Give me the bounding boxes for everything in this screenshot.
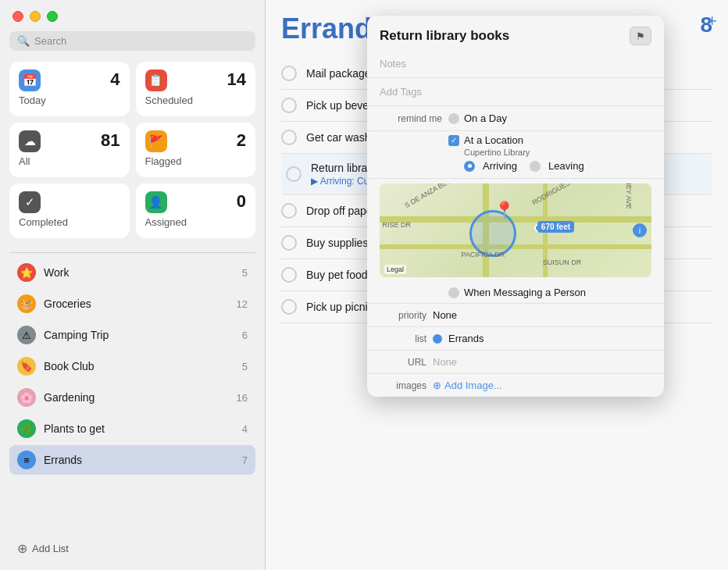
leaving-radio[interactable] [530, 161, 541, 172]
task-checkbox-library[interactable] [286, 166, 302, 182]
map-pin: 📍 [494, 201, 515, 221]
gardening-count: 16 [237, 392, 248, 404]
errands-label: Errands [44, 454, 234, 466]
road-label-1: S DE ANZA BLVD [403, 183, 455, 209]
task-checkbox-dropoff[interactable] [281, 203, 297, 219]
detail-flag-button[interactable]: ⚑ [630, 27, 651, 45]
when-messaging-label: When Messaging a Person [464, 287, 586, 298]
search-bar[interactable]: 🔍 Search [9, 31, 255, 51]
sidebar-item-plants[interactable]: 🌿 Plants to get 4 [9, 414, 255, 444]
detail-remind-row: remind me On a Day [367, 106, 664, 131]
at-location-checkbox[interactable]: ✓ [448, 135, 459, 146]
road-label-4: PACIFICA DR [461, 251, 505, 258]
road-h2 [380, 244, 651, 249]
url-value: None [433, 356, 457, 368]
smart-card-completed[interactable]: ✓ Completed [9, 183, 130, 238]
at-location-toggle: ✓ At a Location [448, 134, 651, 146]
add-image-label: Add Image... [444, 379, 502, 391]
smart-card-all[interactable]: ☁ 81 All [9, 123, 130, 177]
close-button[interactable] [12, 11, 23, 22]
map-background: 📍 670 feet S DE ANZA BLVD RODRIGUES AVE … [380, 183, 651, 277]
flagged-icon: 🚩 [145, 130, 167, 152]
smart-card-assigned[interactable]: 👤 0 Assigned [136, 183, 256, 238]
sidebar-item-gardening[interactable]: 🌸 Gardening 16 [9, 383, 255, 412]
add-reminder-button[interactable]: + [707, 11, 717, 31]
sidebar-item-bookclub[interactable]: 🔖 Book Club 5 [9, 351, 255, 381]
map-info-button[interactable]: i [633, 223, 647, 237]
detail-tags-section: Add Tags [367, 78, 664, 106]
road-label-6: ANEY AVE [625, 183, 633, 209]
flagged-count: 2 [237, 130, 246, 151]
bookclub-label: Book Club [44, 360, 234, 372]
task-checkbox-mail[interactable] [281, 66, 297, 81]
search-icon: 🔍 [17, 35, 30, 47]
when-messaging-checkbox[interactable] [448, 287, 459, 298]
add-list-button[interactable]: ⊕ Add List [9, 535, 255, 562]
assigned-icon: 👤 [145, 191, 167, 213]
detail-panel: Return library books ⚑ Notes Add Tags re… [367, 16, 664, 397]
task-checkbox-beverages[interactable] [281, 98, 297, 113]
work-icon: ⭐ [17, 263, 36, 282]
errands-count: 7 [242, 454, 248, 466]
task-checkbox-carwash[interactable] [281, 130, 297, 145]
when-messaging-toggle: When Messaging a Person [448, 287, 586, 298]
errands-icon: ≡ [17, 451, 36, 469]
detail-list-row: list Errands [367, 327, 664, 351]
fullscreen-button[interactable] [47, 11, 58, 22]
smart-card-scheduled[interactable]: 📋 14 Scheduled [136, 62, 256, 116]
bookclub-count: 5 [242, 361, 248, 372]
smart-list-grid: 📅 4 Today 📋 14 Scheduled ☁ 81 All 🚩 2 [9, 62, 255, 238]
detail-tags-placeholder[interactable]: Add Tags [380, 83, 651, 101]
on-a-day-label: On a Day [464, 112, 507, 124]
road-label-5: SUISUN DR [543, 258, 582, 266]
plants-icon: 🌿 [17, 419, 36, 438]
arriving-radio[interactable] [464, 161, 475, 172]
groceries-count: 12 [237, 298, 248, 310]
completed-label: Completed [19, 216, 120, 228]
detail-url-row: URL None [367, 351, 664, 374]
search-input[interactable]: Search [34, 35, 66, 47]
map-view[interactable]: 📍 670 feet S DE ANZA BLVD RODRIGUES AVE … [380, 183, 651, 277]
road-h1 [380, 216, 651, 223]
location-name: Cupertino Library [464, 148, 651, 157]
detail-title: Return library books [380, 28, 509, 44]
completed-icon: ✓ [19, 191, 41, 213]
traffic-lights [9, 11, 255, 22]
detail-notes-placeholder[interactable]: Notes [380, 55, 651, 73]
sidebar-divider [9, 252, 255, 253]
task-checkbox-picnic[interactable] [281, 299, 297, 315]
all-icon: ☁ [19, 130, 41, 152]
add-list-label: Add List [32, 543, 69, 554]
camping-label: Camping Trip [44, 329, 234, 341]
scheduled-count: 14 [227, 69, 246, 90]
camping-count: 6 [242, 330, 248, 341]
add-image-button[interactable]: ⊕ Add Image... [433, 379, 502, 391]
task-checkbox-petfood[interactable] [281, 267, 297, 283]
arriving-leaving-group: Arriving Leaving [464, 160, 651, 172]
minimize-button[interactable] [30, 11, 41, 22]
sidebar-item-work[interactable]: ⭐ Work 5 [9, 258, 255, 287]
on-a-day-checkbox[interactable] [448, 113, 459, 124]
url-label: URL [380, 357, 426, 368]
smart-card-today[interactable]: 📅 4 Today [9, 62, 130, 116]
detail-priority-row: priority None [367, 304, 664, 327]
list-items: ⭐ Work 5 🧺 Groceries 12 ⚠ Camping Trip 6… [9, 258, 255, 535]
camping-icon: ⚠ [17, 326, 36, 344]
today-icon: 📅 [19, 69, 41, 91]
smart-card-flagged[interactable]: 🚩 2 Flagged [136, 123, 256, 177]
sidebar-item-camping[interactable]: ⚠ Camping Trip 6 [9, 320, 255, 350]
task-checkbox-supplies[interactable] [281, 235, 297, 251]
on-a-day-toggle: On a Day [448, 112, 507, 124]
plants-count: 4 [242, 423, 248, 435]
flagged-label: Flagged [145, 155, 247, 167]
flag-icon: ⚑ [636, 30, 645, 42]
at-location-section: ✓ At a Location Cupertino Library Arrivi… [367, 131, 664, 179]
at-location-label: At a Location [464, 134, 523, 146]
sidebar-item-groceries[interactable]: 🧺 Groceries 12 [9, 289, 255, 319]
add-list-icon: ⊕ [17, 541, 27, 556]
remind-me-label: remind me [380, 113, 442, 124]
add-image-icon: ⊕ [433, 379, 441, 391]
detail-header: Return library books ⚑ [367, 16, 664, 50]
list-dot-icon [433, 334, 442, 344]
sidebar-item-errands[interactable]: ≡ Errands 7 [9, 445, 255, 475]
